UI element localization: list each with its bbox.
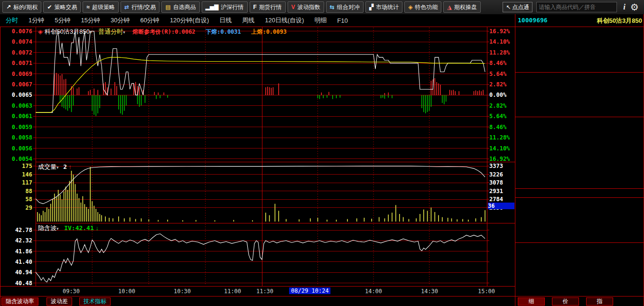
toolbar-button-label: 组合对冲 [337, 3, 360, 11]
fuse-reference-price: 熔断参考价(R):0.0062 [132, 28, 195, 35]
toolbar-button-期货行情[interactable]: F期货行情 [250, 1, 286, 13]
diandiantong-button[interactable]: ↖ 点点通 [503, 2, 532, 12]
period-tab-日线[interactable]: 日线 [219, 16, 232, 25]
toolbar-button-自选商品[interactable]: ▤自选商品 [161, 1, 199, 13]
period-tab-1分钟[interactable]: 1分钟 [28, 16, 44, 25]
indicator-tabs: 隐含波动率波动差技术指标 [0, 297, 515, 306]
quote-panel: 卖五0.00751卖四0.007421卖三0.007381卖二0.00721卖一… [515, 27, 644, 306]
toolbar-button-label: 自选商品 [173, 3, 196, 11]
toolbar-button-label: 标的/期权 [13, 3, 37, 11]
indicator-tab-隐含波动率[interactable]: 隐含波动率 [1, 297, 38, 306]
toolbar-button-label: 市场统计 [376, 3, 399, 11]
series-price [36, 31, 485, 112]
contract-header: 10009696 科创50沽3月850 [515, 14, 644, 27]
chart-mode[interactable]: 普通分时 [98, 28, 123, 35]
toolbar-button-策略交易[interactable]: ✔策略交易 [43, 1, 81, 13]
toolbar-button-期权操盘[interactable]: ◮期权操盘 [443, 1, 480, 13]
toolbar-icon: ≈ [86, 4, 90, 10]
toolbar-button-超级策略[interactable]: ≈超级策略 [83, 1, 119, 13]
toolbar-icon: ◈ [408, 4, 412, 10]
time-label: 11:30 [256, 288, 273, 295]
chevron-down-icon[interactable]: ▾ [123, 30, 125, 35]
time-label: 11:00 [224, 288, 241, 295]
period-bar: 分时1分钟5分钟15分钟30分钟60分钟120分钟(自设)日线周线120日线(自… [0, 14, 515, 27]
chevron-down-icon[interactable]: ▾ [90, 30, 92, 35]
toolbar-icon: ▤ [165, 4, 170, 10]
gear-icon[interactable]: ⚙ [630, 1, 639, 13]
period-tab-60分钟[interactable]: 60分钟 [140, 16, 159, 25]
toolbar-icon: ↗ [6, 4, 11, 10]
info-icon[interactable]: i [623, 2, 625, 12]
toolbar-icon: ⇆ [330, 4, 335, 10]
toolbar-icon: ✔ [47, 4, 52, 10]
toolbar-right-cluster: ↖ 点点通 i ⚙ [503, 0, 641, 14]
toolbar-button-label: 期权操盘 [454, 3, 477, 11]
quote-tab-细[interactable]: 细 [518, 297, 545, 306]
iv-title[interactable]: 隐含波 [38, 224, 56, 232]
toolbar-button-组合对冲[interactable]: ⇆组合对冲 [326, 1, 364, 13]
price-pane-header: ◈ 科创50沽3月850▾ 普通分时▾ 熔断参考价(R):0.0062 下熔:0… [38, 28, 287, 36]
diamond-icon: ◈ [38, 28, 43, 35]
time-label: 15:00 [478, 288, 495, 295]
period-tab-15分钟[interactable]: 15分钟 [81, 16, 100, 25]
toolbar-button-市场统计[interactable]: ▞市场统计 [365, 1, 402, 13]
toolbar-button-label: 特色功能 [415, 3, 438, 11]
intraday-chart[interactable] [0, 27, 515, 287]
chevron-down-icon[interactable]: ▾ [56, 165, 59, 170]
fuse-upper-limit: 上熔:0.0093 [251, 28, 287, 35]
iv-pane-header: 隐含波▾ IV:42.41 ↓ [38, 224, 99, 232]
indicator-tab-波动差[interactable]: 波动差 [47, 297, 72, 306]
contract-name: 科创50沽3月850 [597, 17, 642, 25]
up-arrow-icon: ↑ [69, 163, 72, 170]
time-axis: 09:3010:0010:3011:0011:3014:0014:3015:00… [0, 287, 515, 296]
series-open-interest [36, 166, 485, 204]
toolbar-buttons: ↗标的/期权✔策略交易≈超级策略⇄行情/交易▤自选商品▂▅▇沪深行情F期货行情V… [1, 1, 482, 13]
down-arrow-icon: ↓ [95, 224, 99, 232]
toolbar-button-label: 超级策略 [92, 3, 115, 11]
search-input[interactable] [536, 2, 617, 12]
toolbar-button-沪深行情[interactable]: ▂▅▇沪深行情 [202, 1, 248, 13]
period-tab-分时[interactable]: 分时 [6, 16, 18, 25]
quote-panel-tabs: 细价指 [515, 297, 644, 306]
period-tab-30分钟[interactable]: 30分钟 [111, 16, 130, 25]
time-label: 14:30 [421, 288, 438, 295]
period-tab-周线[interactable]: 周线 [242, 16, 254, 25]
quote-tab-指[interactable]: 指 [586, 297, 613, 306]
volume-pane-header: 成交量▾ 2 ↑ [38, 163, 72, 171]
time-label: 10:30 [174, 288, 191, 295]
chart-symbol[interactable]: 科创50沽3月850 [45, 28, 90, 35]
time-label: 14:00 [365, 288, 382, 295]
toolbar-icon: ▂▅▇ [205, 4, 219, 10]
iv-value: IV:42.41 [64, 224, 94, 232]
chevron-down-icon[interactable]: ▾ [56, 226, 59, 231]
cursor-help-icon: ↖ [506, 4, 511, 10]
quote-tab-价[interactable]: 价 [552, 297, 579, 306]
series-implied-volatility [36, 234, 485, 282]
toolbar-icon: ▞ [369, 4, 373, 10]
diandiantong-label: 点点通 [512, 3, 529, 11]
crosshair-time-label: 08/29 10:24 [289, 287, 330, 294]
toolbar-button-行情/交易[interactable]: ⇄行情/交易 [121, 1, 159, 13]
time-label: 10:00 [118, 288, 135, 295]
toolbar-button-特色功能[interactable]: ◈特色功能 [404, 1, 441, 13]
time-label: 09:30 [63, 288, 80, 295]
toolbar-button-label: 行情/交易 [131, 3, 156, 11]
volume-title[interactable]: 成交量 [38, 163, 56, 170]
contract-code: 10009696 [518, 17, 548, 24]
period-tab-120分钟(自设)[interactable]: 120分钟(自设) [170, 16, 209, 25]
options-trading-terminal: ↗标的/期权✔策略交易≈超级策略⇄行情/交易▤自选商品▂▅▇沪深行情F期货行情V… [0, 0, 644, 306]
fuse-lower-limit: 下熔:0.0031 [205, 28, 241, 35]
toolbar-icon: ◮ [447, 4, 451, 10]
toolbar-button-label: 策略交易 [54, 3, 77, 11]
volume-param: 2 [63, 163, 67, 170]
toolbar-button-波动指数[interactable]: V波动指数 [288, 1, 324, 13]
period-tab-明细[interactable]: 明细 [315, 16, 327, 25]
indicator-tab-技术指标[interactable]: 技术指标 [79, 297, 111, 306]
toolbar-button-label: 沪深行情 [221, 3, 244, 11]
toolbar-button-标的/期权[interactable]: ↗标的/期权 [2, 1, 41, 13]
period-tab-F10[interactable]: F10 [337, 17, 348, 24]
toolbar-icon: ⇄ [124, 4, 129, 10]
period-tab-120日线(自设)[interactable]: 120日线(自设) [265, 16, 304, 25]
period-tab-5分钟[interactable]: 5分钟 [55, 16, 70, 25]
toolbar-button-label: 波动指数 [298, 3, 320, 11]
